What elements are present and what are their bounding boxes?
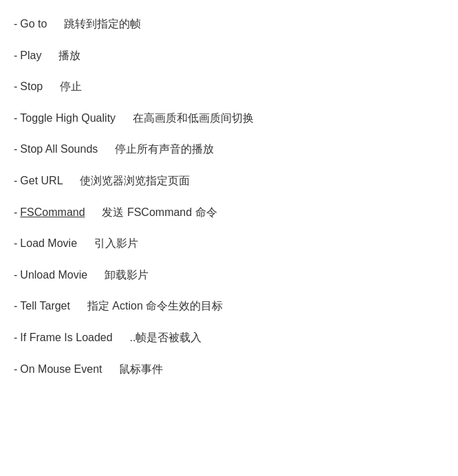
item-separator (76, 297, 82, 315)
item-name-fscommand: FSCommand (20, 204, 85, 221)
list-item-dash: - (14, 140, 17, 158)
list-item-dash: - (14, 235, 17, 252)
list-item-fscommand: - FSCommand 发送 FSCommand 命令 (14, 197, 444, 228)
list-item-on-mouse-event: - On Mouse Event 鼠标事件 (14, 354, 444, 385)
item-name-stop-all-sounds: Stop All Sounds (20, 140, 98, 158)
item-separator (83, 235, 89, 252)
item-name-toggle-high-quality: Toggle High Quality (20, 109, 116, 127)
item-separator (93, 266, 99, 284)
item-separator (121, 109, 127, 127)
list-item-toggle-high-quality: - Toggle High Quality 在高画质和低画质间切换 (14, 102, 444, 134)
item-desc-goto: 跳转到指定的帧 (64, 15, 141, 33)
item-separator (52, 15, 58, 33)
list-item-dash: - (14, 15, 17, 33)
item-name-on-mouse-event: On Mouse Event (20, 360, 102, 378)
list-item-dash: - (14, 78, 17, 96)
list-item-get-url: - Get URL 使浏览器浏览指定页面 (14, 165, 444, 197)
item-desc-load-movie: 引入影片 (94, 235, 138, 252)
item-desc-unload-movie: 卸载影片 (105, 266, 149, 284)
list-item-goto: - Go to 跳转到指定的帧 (14, 8, 444, 40)
list-item-dash: - (14, 360, 17, 378)
menu-list: - Go to 跳转到指定的帧- Play 播放- Stop 停止- Toggl… (0, 6, 458, 387)
item-name-if-frame-is-loaded: If Frame Is Loaded (20, 329, 112, 347)
list-item-load-movie: - Load Movie 引入影片 (14, 228, 444, 259)
item-desc-if-frame-is-loaded: ..帧是否被载入 (130, 329, 202, 347)
list-item-dash: - (14, 329, 17, 347)
item-desc-tell-target: 指定 Action 命令生效的目标 (87, 297, 223, 315)
list-item-stop: - Stop 停止 (14, 71, 444, 102)
list-item-dash: - (14, 172, 17, 190)
list-item-dash: - (14, 204, 17, 221)
item-separator (118, 329, 124, 347)
list-item-if-frame-is-loaded: - If Frame Is Loaded ..帧是否被载入 (14, 322, 444, 354)
item-desc-get-url: 使浏览器浏览指定页面 (80, 172, 190, 190)
item-separator (69, 172, 75, 190)
item-name-unload-movie: Unload Movie (20, 266, 87, 284)
list-item-dash: - (14, 266, 17, 284)
list-item-dash: - (14, 47, 17, 65)
item-name-tell-target: Tell Target (20, 297, 70, 315)
item-separator (47, 47, 53, 65)
list-item-dash: - (14, 297, 17, 315)
item-separator (91, 204, 97, 221)
list-item-stop-all-sounds: - Stop All Sounds 停止所有声音的播放 (14, 133, 444, 165)
item-separator (103, 140, 109, 158)
item-desc-play: 播放 (58, 47, 80, 65)
item-name-goto: Go to (20, 15, 47, 33)
item-separator (108, 360, 114, 378)
item-desc-toggle-high-quality: 在高画质和低画质间切换 (133, 109, 254, 127)
list-item-dash: - (14, 109, 17, 127)
item-desc-on-mouse-event: 鼠标事件 (119, 360, 163, 378)
list-item-unload-movie: - Unload Movie 卸载影片 (14, 259, 444, 291)
item-name-stop: Stop (20, 78, 43, 96)
item-name-get-url: Get URL (20, 172, 63, 190)
item-separator (48, 78, 54, 96)
item-name-play: Play (20, 47, 41, 65)
item-desc-fscommand: 发送 FSCommand 命令 (102, 204, 217, 221)
item-desc-stop-all-sounds: 停止所有声音的播放 (115, 140, 214, 158)
list-item-play: - Play 播放 (14, 40, 444, 72)
list-item-tell-target: - Tell Target 指定 Action 命令生效的目标 (14, 290, 444, 322)
item-desc-stop: 停止 (60, 78, 82, 96)
item-name-load-movie: Load Movie (20, 235, 77, 252)
